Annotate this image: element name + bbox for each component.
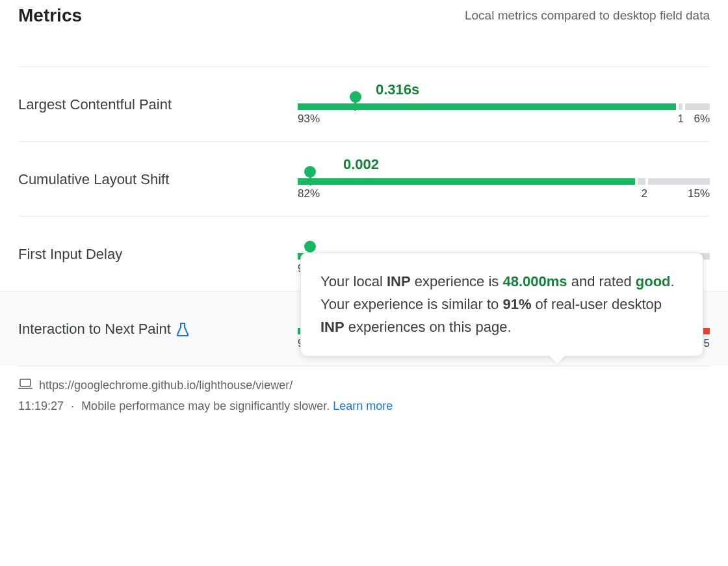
inp-tooltip: Your local INP experience is 48.000ms an… xyxy=(300,252,703,357)
flask-icon xyxy=(176,322,189,336)
learn-more-link[interactable]: Learn more xyxy=(333,399,393,412)
metric-name-inp: Interaction to Next Paint xyxy=(18,321,298,338)
metric-marker-cls xyxy=(304,166,316,185)
bar-label-poor: 6% xyxy=(694,113,710,126)
bar-label-improve: 1 xyxy=(678,113,684,126)
footer: https://googlechrome.github.io/lighthous… xyxy=(18,366,710,413)
tooltip-arrow-icon xyxy=(548,355,566,364)
metric-name-fid: First Input Delay xyxy=(18,246,298,263)
metric-value-cls: 0.002 xyxy=(343,156,379,173)
footer-url-row: https://googlechrome.github.io/lighthous… xyxy=(18,378,710,393)
bar-label-good: 93% xyxy=(298,113,320,126)
footer-status: Mobile performance may be significantly … xyxy=(81,399,330,412)
metric-value-lcp: 0.316s xyxy=(376,81,419,98)
metric-name-lcp: Largest Contentful Paint xyxy=(18,96,298,113)
metric-chart-lcp: 0.316s 93% 1 6% xyxy=(298,80,710,129)
bar-label-good: 82% xyxy=(298,187,320,200)
footer-status-row: 11:19:27 · Mobile performance may be sig… xyxy=(18,399,710,413)
metric-marker-lcp xyxy=(350,91,361,111)
bar-label-poor: 15% xyxy=(688,187,710,200)
metric-chart-cls: 0.002 82% 2 15% xyxy=(298,155,710,204)
metrics-header: Metrics Local metrics compared to deskto… xyxy=(18,5,710,26)
footer-time: 11:19:27 xyxy=(18,399,64,412)
page-title: Metrics xyxy=(18,5,82,26)
metric-cls[interactable]: Cumulative Layout Shift 0.002 82% 2 15% xyxy=(18,141,710,216)
distribution-bar-cls xyxy=(298,178,710,185)
page-subtitle: Local metrics compared to desktop field … xyxy=(465,8,710,23)
svg-rect-0 xyxy=(20,379,31,386)
laptop-icon xyxy=(18,378,32,393)
metric-name-cls: Cumulative Layout Shift xyxy=(18,171,298,188)
metric-lcp[interactable]: Largest Contentful Paint 0.316s 93% 1 6% xyxy=(18,66,710,141)
bar-label-poor: 5 xyxy=(704,337,710,350)
bar-label-improve: 2 xyxy=(642,187,647,200)
footer-url: https://googlechrome.github.io/lighthous… xyxy=(39,379,292,392)
